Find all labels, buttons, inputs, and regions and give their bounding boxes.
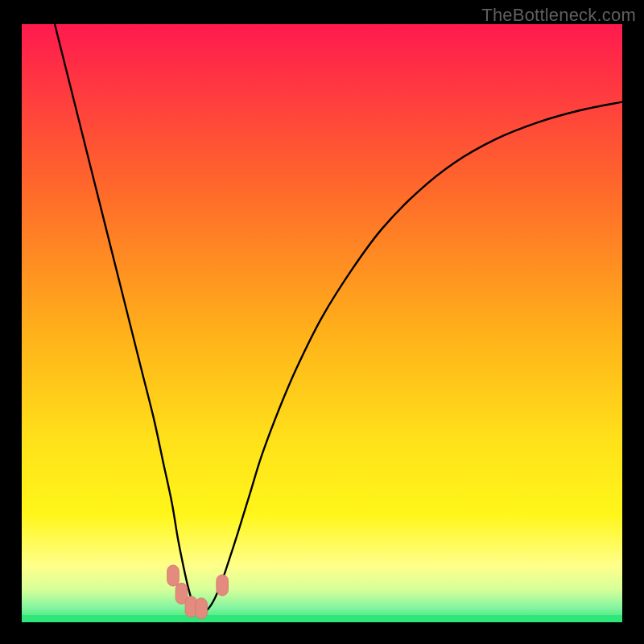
curve-marker xyxy=(217,575,229,596)
green-baseline-band xyxy=(22,615,622,622)
chart-frame: TheBottleneck.com xyxy=(0,0,644,644)
bottleneck-chart xyxy=(22,24,622,622)
watermark-text: TheBottleneck.com xyxy=(481,5,636,26)
curve-marker xyxy=(196,598,207,619)
gradient-background xyxy=(22,24,622,622)
plot-area xyxy=(22,24,622,622)
curve-marker xyxy=(167,565,180,586)
